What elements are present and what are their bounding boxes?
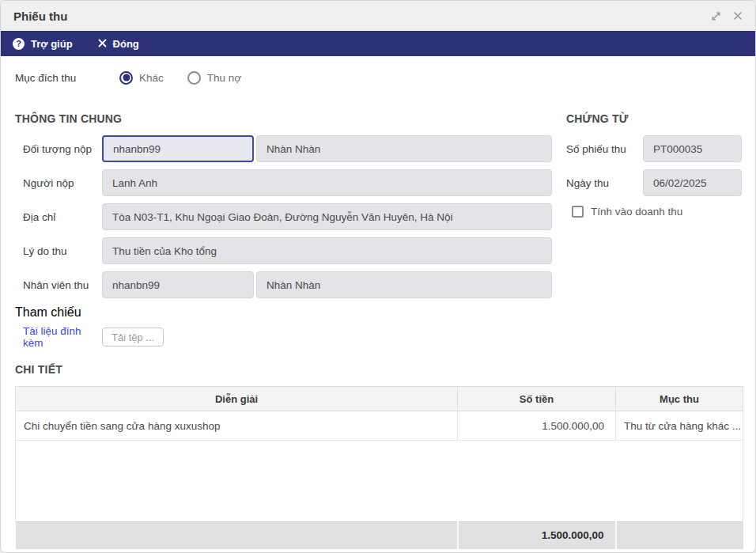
upload-file-button[interactable]: Tải tệp ...: [102, 328, 164, 347]
purpose-row: Mục đích thu Khác Thu nợ: [15, 70, 741, 85]
nhan-vien-thu-code-input[interactable]: nhanbn99: [102, 271, 254, 298]
nhan-vien-thu-label: Nhân viên thu: [15, 279, 102, 291]
detail-table: Diễn giải Số tiền Mục thu Chi chuyển tiề…: [15, 386, 743, 549]
titlebar: Phiếu thu: [1, 1, 755, 31]
section-thong-tin-chung: THÔNG TIN CHUNG: [15, 112, 552, 125]
detail-empty-area: [16, 441, 743, 522]
so-phieu-thu-input[interactable]: PT000035: [643, 135, 742, 162]
radio-thu-no-icon: [187, 71, 201, 85]
detail-header-row: Diễn giải Số tiền Mục thu: [16, 387, 743, 411]
row-doi-tuong-nop: Đối tượng nộp nhanbn99 Nhàn Nhàn: [15, 135, 552, 162]
ly-do-thu-input[interactable]: Thu tiền của Kho tổng: [102, 237, 552, 264]
ly-do-thu-label: Lý do thu: [15, 245, 102, 257]
cell-so-tien: 1.500.000,00: [458, 411, 616, 441]
radio-khac-icon: [119, 71, 133, 85]
cell-muc-thu: Thu từ cửa hàng khác ...: [616, 411, 743, 441]
row-so-phieu-thu: Số phiếu thu PT000035: [566, 135, 742, 162]
col-dien-giai: Diễn giải: [16, 387, 458, 411]
toolbar: ? Trợ giúp Đóng: [1, 31, 755, 56]
phieu-thu-dialog: Phiếu thu ? Trợ giúp Đóng Mục đích thu: [0, 0, 756, 553]
radio-khac[interactable]: Khác: [119, 71, 164, 85]
row-tinh-vao-doanh-thu: Tính vào doanh thu: [566, 206, 742, 218]
row-ly-do-thu: Lý do thu Thu tiền của Kho tổng: [15, 237, 552, 264]
nguoi-nop-input[interactable]: Lanh Anh: [102, 169, 552, 196]
doi-tuong-nop-code-input[interactable]: nhanbn99: [102, 135, 254, 162]
close-button[interactable]: Đóng: [98, 38, 139, 50]
col-muc-thu: Mục thu: [616, 387, 743, 411]
section-chung-tu: CHỨNG TỪ: [566, 112, 742, 125]
tai-lieu-dinh-kem-label: Tài liệu đính kèm: [15, 325, 102, 349]
doi-tuong-nop-label: Đối tượng nộp: [15, 143, 102, 155]
row-nguoi-nop: Người nộp Lanh Anh: [15, 169, 552, 196]
detail-total-row: 1.500.000,00: [16, 522, 743, 549]
detail-row[interactable]: Chi chuyển tiền sang cửa hàng xuxushop 1…: [16, 411, 743, 441]
so-phieu-thu-label: Số phiếu thu: [566, 143, 643, 155]
dia-chi-input[interactable]: Tòa N03-T1, Khu Ngoại Giao Đoàn, Đường N…: [102, 203, 552, 230]
close-x-icon: [98, 38, 107, 50]
row-tai-lieu-dinh-kem: Tài liệu đính kèm Tải tệp ...: [15, 328, 552, 347]
total-amount: 1.500.000,00: [458, 522, 616, 549]
cell-dien-giai: Chi chuyển tiền sang cửa hàng xuxushop: [16, 411, 458, 441]
doi-tuong-nop-name-input[interactable]: Nhàn Nhàn: [256, 135, 552, 162]
col-so-tien: Số tiền: [458, 387, 616, 411]
purpose-label: Mục đích thu: [15, 72, 119, 84]
tinh-vao-doanh-thu-label: Tính vào doanh thu: [591, 206, 682, 218]
help-button[interactable]: ? Trợ giúp: [13, 38, 73, 50]
help-label: Trợ giúp: [31, 38, 73, 50]
window-title: Phiếu thu: [13, 9, 67, 23]
close-icon[interactable]: [733, 11, 743, 21]
dia-chi-label: Địa chỉ: [15, 211, 102, 223]
row-nhan-vien-thu: Nhân viên thu nhanbn99 Nhàn Nhàn: [15, 271, 552, 298]
expand-icon[interactable]: [711, 11, 721, 21]
ngay-thu-label: Ngày thu: [566, 177, 643, 189]
radio-thu-no[interactable]: Thu nợ: [187, 71, 241, 85]
tham-chieu-label: Tham chiếu: [15, 305, 81, 320]
ngay-thu-input[interactable]: 06/02/2025: [643, 169, 742, 196]
row-tham-chieu: Tham chiếu: [15, 305, 552, 320]
tinh-vao-doanh-thu-checkbox[interactable]: [572, 206, 584, 218]
row-ngay-thu: Ngày thu 06/02/2025: [566, 169, 742, 196]
help-icon: ?: [13, 38, 25, 50]
total-blank: [16, 522, 458, 549]
section-chi-tiet: CHI TIẾT: [15, 363, 741, 376]
nguoi-nop-label: Người nộp: [15, 177, 102, 189]
row-dia-chi: Địa chỉ Tòa N03-T1, Khu Ngoại Giao Đoàn,…: [15, 203, 552, 230]
total-blank2: [616, 522, 743, 549]
close-label: Đóng: [113, 38, 139, 50]
nhan-vien-thu-name-input[interactable]: Nhàn Nhàn: [256, 271, 552, 298]
